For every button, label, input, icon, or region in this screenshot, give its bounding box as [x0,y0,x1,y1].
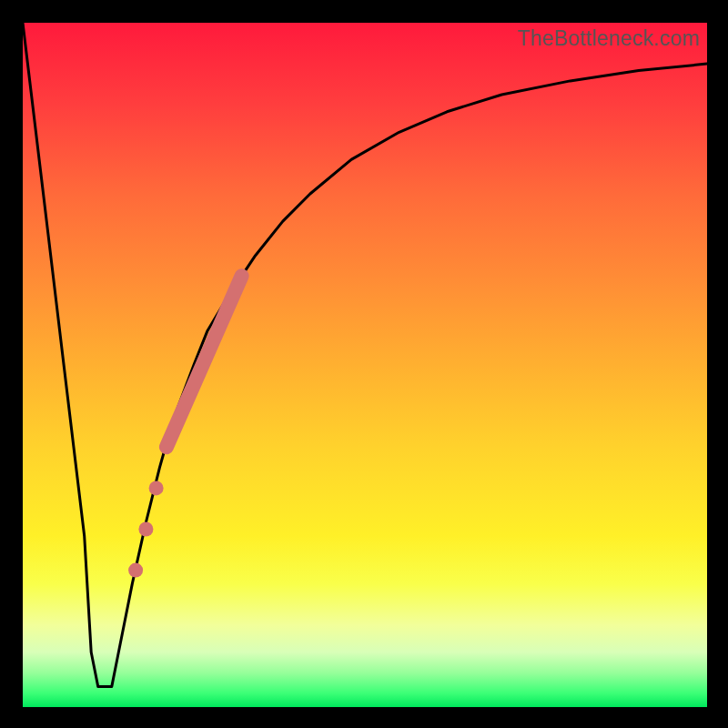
curve-svg [23,23,707,707]
highlight-dot [149,480,164,495]
bottleneck-curve [23,23,707,686]
highlight-segment [167,276,242,447]
highlight-dot [128,563,143,578]
highlight-dots [128,480,164,577]
plot-area: TheBottleneck.com [23,23,707,707]
chart-frame: TheBottleneck.com [0,0,728,728]
highlight-dot [138,522,153,537]
